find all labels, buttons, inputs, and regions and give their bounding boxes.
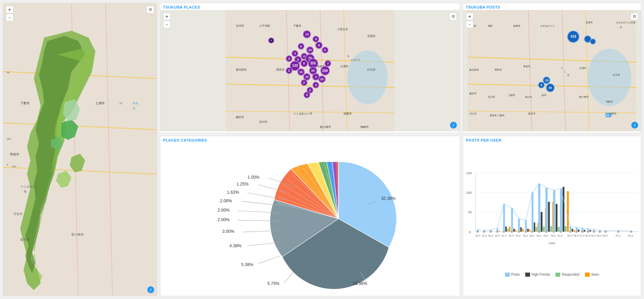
svg-text:35.0: 35.0 [488, 234, 493, 237]
svg-text:川口市: 川口市 [469, 112, 476, 115]
mid-column: TSUKUBA PLACES 古河市 八千代町 [160, 3, 460, 296]
legend-responded-color [555, 273, 560, 277]
pie-chart-svg: 32.38% 18.38% 5.75% 5.38% 4.38% 3.00% 2.… [160, 143, 460, 295]
posts-cluster-marker: 30 [546, 83, 555, 92]
svg-rect-164 [545, 188, 548, 232]
zoom-out-button[interactable]: - [6, 14, 13, 21]
posts-zoom-out[interactable]: - [466, 21, 473, 28]
places-map-title: TSUKUBA PLACES [160, 3, 460, 10]
svg-rect-184 [589, 230, 591, 231]
main-map-panel: 下妻市 常総市 土浦市 つくばみらい 市 守谷市 取手市 龍ケ崎市 56 294… [3, 3, 157, 296]
svg-rect-173 [563, 187, 564, 232]
places-cluster-marker: 259 [320, 66, 330, 75]
svg-text:32.38%: 32.38% [381, 196, 395, 201]
posts-chart-title: POSTS PER USER [463, 136, 641, 143]
svg-rect-154 [527, 229, 529, 232]
bar-chart-legend: Posts High Priority Responded Seen [464, 272, 640, 277]
posts-gear[interactable]: ⚙ [631, 13, 638, 20]
svg-text:E5: E5 [606, 114, 609, 117]
svg-text:41.0: 41.0 [501, 234, 506, 237]
svg-point-199 [538, 230, 540, 232]
svg-text:取手市: 取手市 [528, 112, 536, 115]
map-info-button[interactable]: i [147, 286, 154, 293]
main-map-controls: + - [6, 6, 13, 21]
svg-text:1.00%: 1.00% [248, 175, 260, 180]
svg-text:150: 150 [466, 171, 472, 175]
svg-point-205 [581, 230, 583, 232]
svg-text:行方市: 行方市 [367, 68, 376, 71]
bar-chart-svg: 150 100 50 0 [464, 144, 640, 271]
svg-text:かすみがうら空港: かすみがうら空港 [616, 21, 635, 24]
legend-seen-label: Seen [591, 273, 599, 276]
svg-point-191 [483, 230, 485, 232]
svg-rect-180 [578, 229, 579, 231]
svg-text:58.0: 58.0 [585, 234, 590, 237]
map-gear-button[interactable]: ⚙ [147, 6, 154, 13]
svg-text:1.25%: 1.25% [237, 182, 249, 187]
svg-rect-157 [534, 223, 535, 232]
svg-point-198 [531, 230, 533, 232]
svg-text:小美玉市: 小美玉市 [337, 28, 348, 31]
svg-rect-155 [529, 229, 530, 231]
svg-text:39.0: 39.0 [495, 234, 499, 237]
svg-text:越谷市: 越谷市 [236, 116, 244, 119]
svg-point-204 [575, 230, 577, 232]
posts-info[interactable]: i [631, 122, 638, 129]
svg-point-192 [490, 230, 492, 232]
svg-text:龍ケ崎市: 龍ケ崎市 [71, 233, 84, 236]
places-cluster-marker: • [268, 37, 274, 44]
svg-text:つくばみらい: つくばみらい [20, 185, 39, 189]
svg-point-207 [593, 230, 595, 232]
svg-text:吉川市: 吉川市 [488, 96, 495, 98]
posts-map-title: TSUKUBA POSTS [463, 3, 641, 10]
svg-rect-169 [556, 204, 557, 232]
places-zoom-out[interactable]: - [163, 21, 171, 28]
svg-point-211 [630, 230, 632, 232]
svg-rect-172 [560, 189, 562, 231]
svg-text:60.0: 60.0 [591, 234, 596, 237]
svg-point-99 [587, 49, 631, 106]
places-gear[interactable]: ⚙ [449, 13, 457, 20]
svg-point-208 [599, 230, 601, 232]
zoom-in-button[interactable]: + [6, 6, 13, 13]
svg-text:龍ケ崎市: 龍ケ崎市 [579, 96, 589, 98]
svg-point-196 [518, 230, 520, 232]
places-cluster-marker: 4 [312, 82, 319, 88]
svg-rect-177 [572, 229, 573, 232]
places-info[interactable]: i [450, 122, 457, 129]
posts-cluster-marker [590, 38, 596, 45]
svg-text:46.0: 46.0 [529, 234, 534, 237]
svg-text:3: 3 [7, 163, 8, 166]
svg-text:3.00%: 3.00% [222, 229, 234, 234]
svg-text:294: 294 [7, 137, 11, 141]
places-zoom-in[interactable]: + [163, 13, 171, 20]
right-column: TSUKUBA POSTS 五霞市 境町 坂東市 [463, 3, 641, 296]
svg-rect-147 [511, 208, 513, 232]
svg-point-194 [503, 230, 505, 232]
svg-text:龍ケ崎市: 龍ケ崎市 [320, 125, 331, 129]
svg-text:329: 329 [12, 165, 16, 168]
svg-rect-148 [513, 229, 515, 232]
svg-text:流山市: 流山市 [525, 96, 532, 98]
svg-rect-165 [548, 202, 550, 231]
legend-seen-color [585, 273, 590, 277]
legend-seen: Seen [585, 273, 599, 277]
svg-text:石岡市: 石岡市 [586, 21, 593, 24]
svg-text:34.0: 34.0 [482, 234, 487, 237]
svg-rect-160 [538, 183, 540, 231]
svg-text:常総市: 常総市 [10, 153, 19, 156]
svg-point-195 [511, 230, 513, 232]
region-svg: 下妻市 常総市 土浦市 つくばみらい 市 守谷市 取手市 龍ケ崎市 56 294… [3, 3, 157, 296]
svg-text:50: 50 [468, 210, 472, 214]
legend-high-priority: High Priority [525, 273, 550, 277]
svg-rect-161 [541, 212, 542, 231]
posts-zoom-in[interactable]: + [466, 13, 473, 20]
svg-text:2.00%: 2.00% [218, 217, 230, 222]
svg-text:つくばみらい市: つくばみらい市 [293, 112, 312, 115]
places-cluster-marker: 8 [315, 41, 323, 49]
svg-text:つ: つ [561, 67, 563, 69]
svg-text:4.38%: 4.38% [229, 243, 241, 248]
places-cluster-marker: 2 [286, 67, 292, 74]
svg-rect-153 [525, 220, 527, 232]
svg-text:石岡市: 石岡市 [367, 35, 376, 38]
